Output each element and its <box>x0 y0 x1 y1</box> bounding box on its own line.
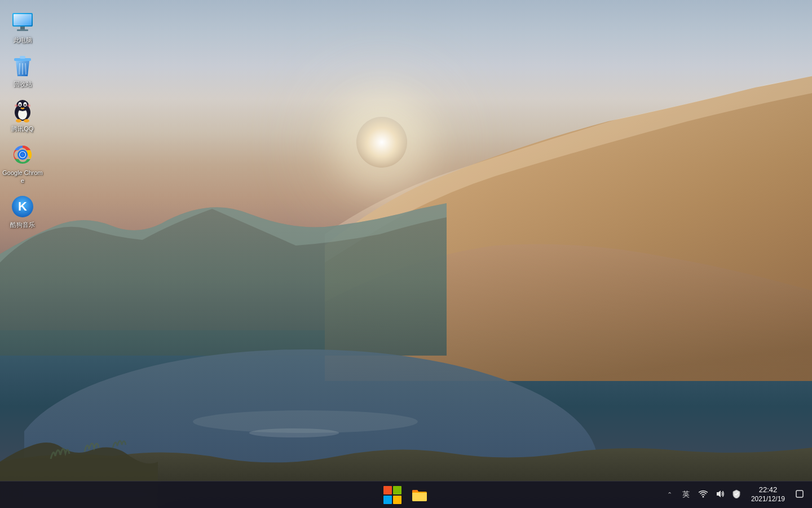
chrome-label: Google Chrome <box>2 169 43 185</box>
win-pane-yellow <box>393 496 401 504</box>
clock-time: 22:42 <box>759 485 778 495</box>
kugou-icon[interactable]: K 酷狗音乐 <box>0 190 45 233</box>
security-icon[interactable] <box>731 488 742 501</box>
qq-label: 腾讯QQ <box>11 125 33 133</box>
svg-rect-29 <box>796 491 803 497</box>
clock[interactable]: 22:42 2021/12/19 <box>747 484 789 505</box>
chrome-icon-image <box>11 143 34 167</box>
svg-rect-5 <box>20 27 25 29</box>
svg-point-28 <box>702 496 704 497</box>
language-indicator[interactable]: 英 <box>679 488 692 501</box>
kugou-label: 酷狗音乐 <box>10 221 35 229</box>
svg-rect-8 <box>20 56 25 59</box>
network-icon[interactable] <box>697 489 709 501</box>
show-hidden-icons-button[interactable]: ⌃ <box>664 489 675 501</box>
svg-point-22 <box>24 119 29 122</box>
taskbar: ⌃ 英 <box>0 481 812 508</box>
svg-point-21 <box>16 119 21 122</box>
this-pc-icon-image <box>11 10 34 34</box>
volume-icon[interactable] <box>714 488 726 501</box>
this-pc-label: 此电脑 <box>14 36 32 44</box>
kugou-icon-image: K <box>11 195 34 218</box>
qq-icon-image <box>11 99 34 122</box>
recycle-bin-label: 回收站 <box>14 80 32 88</box>
svg-rect-4 <box>14 14 32 25</box>
folder-icon <box>412 489 427 501</box>
notification-icon[interactable] <box>794 489 805 501</box>
svg-point-18 <box>24 104 26 106</box>
windows-logo <box>383 486 401 504</box>
taskbar-right: ⌃ 英 <box>664 484 805 505</box>
chrome-icon[interactable]: Google Chrome <box>0 138 45 190</box>
win-pane-red <box>383 486 392 494</box>
recycle-bin-icon-image <box>11 54 34 78</box>
taskbar-center <box>381 484 431 506</box>
svg-point-14 <box>16 100 29 111</box>
win-pane-blue <box>383 496 392 504</box>
recycle-bin-icon[interactable]: 回收站 <box>0 50 45 93</box>
svg-point-19 <box>15 104 18 107</box>
win-pane-green <box>393 486 401 494</box>
desktop: 此电脑 <box>0 0 812 508</box>
svg-point-17 <box>19 104 21 106</box>
svg-rect-6 <box>17 29 28 31</box>
file-explorer-button[interactable] <box>408 484 431 506</box>
svg-point-25 <box>20 152 25 157</box>
svg-point-20 <box>27 104 30 107</box>
svg-line-9 <box>19 63 20 75</box>
this-pc-icon[interactable]: 此电脑 <box>0 6 45 49</box>
start-button[interactable] <box>381 484 404 506</box>
svg-text:K: K <box>18 199 27 213</box>
desktop-icons-column: 此电脑 <box>0 6 45 235</box>
clock-date: 2021/12/19 <box>751 495 785 504</box>
qq-icon[interactable]: 腾讯QQ <box>0 94 45 137</box>
svg-line-11 <box>25 63 26 75</box>
